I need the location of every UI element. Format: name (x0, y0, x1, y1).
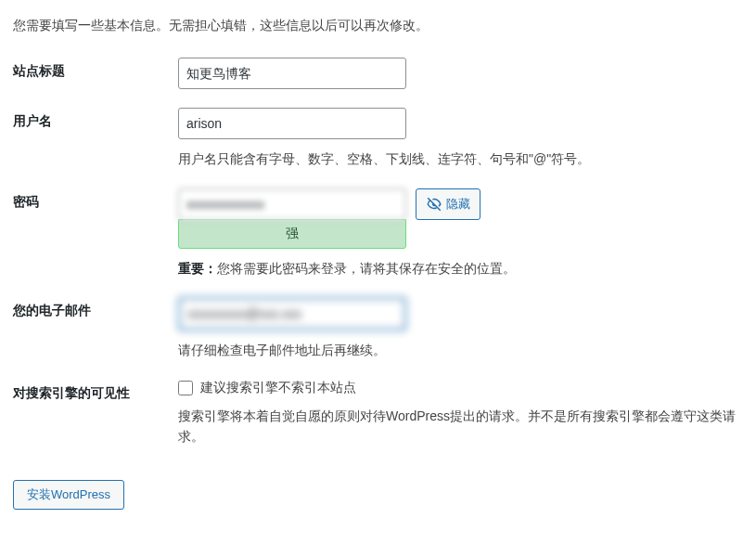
visibility-label: 对搜索引擎的可见性 (13, 380, 178, 402)
site-title-label: 站点标题 (13, 58, 178, 80)
install-button[interactable]: 安装WordPress (13, 480, 124, 510)
username-input[interactable] (178, 108, 406, 139)
visibility-checkbox-label: 建议搜索引擎不索引本站点 (200, 380, 356, 396)
eye-slash-icon (426, 196, 442, 213)
visibility-row: 对搜索引擎的可见性 建议搜索引擎不索引本站点 搜索引擎将本着自觉自愿的原则对待W… (13, 380, 743, 447)
email-label: 您的电子邮件 (13, 297, 178, 319)
visibility-checkbox[interactable] (178, 381, 193, 395)
site-title-input[interactable] (178, 58, 406, 89)
username-hint: 用户名只能含有字母、数字、空格、下划线、连字符、句号和"@"符号。 (178, 149, 743, 169)
password-strength: 强 (178, 219, 406, 249)
hide-password-button[interactable]: 隐藏 (416, 188, 481, 220)
visibility-hint: 搜索引擎将本着自觉自愿的原则对待WordPress提出的请求。并不是所有搜索引擎… (178, 406, 743, 447)
site-title-row: 站点标题 (13, 58, 743, 89)
password-hint: 重要：您将需要此密码来登录，请将其保存在安全的位置。 (178, 258, 743, 278)
email-row: 您的电子邮件 请仔细检查电子邮件地址后再继续。 (13, 297, 743, 360)
hide-button-label: 隐藏 (446, 196, 470, 213)
username-row: 用户名 用户名只能含有字母、数字、空格、下划线、连字符、句号和"@"符号。 (13, 108, 743, 169)
username-label: 用户名 (13, 108, 178, 130)
password-label: 密码 (13, 188, 178, 211)
intro-text: 您需要填写一些基本信息。无需担心填错，这些信息以后可以再次修改。 (13, 15, 743, 35)
password-row: 密码 强 隐藏 重要：您将需要此密码来登录，请将其保存在安全的位置。 (13, 188, 743, 278)
email-hint: 请仔细检查电子邮件地址后再继续。 (178, 340, 743, 360)
password-input[interactable] (178, 188, 406, 220)
email-input[interactable] (178, 297, 406, 330)
